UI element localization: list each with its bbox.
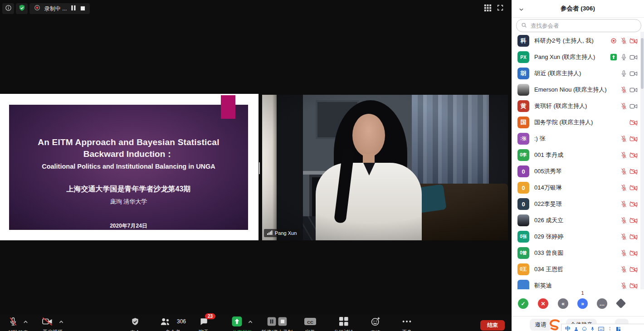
chevron-up-icon[interactable] [23, 317, 28, 326]
end-meeting-button[interactable]: 结束 [480, 320, 505, 331]
cam-off-icon[interactable] [629, 250, 639, 257]
cam-off-icon[interactable] [629, 201, 639, 208]
mic-muted-icon[interactable] [619, 151, 629, 159]
cam-on-icon[interactable] [629, 54, 639, 61]
ime-icon-bar[interactable]: 中 ⋮ [561, 324, 644, 331]
mic-muted-icon[interactable] [619, 266, 629, 273]
toolbar-label: 分组讨论 [334, 329, 354, 331]
scrollbar-thumb[interactable] [641, 38, 644, 89]
avatar: 0王 [517, 263, 529, 275]
mic-muted-icon[interactable] [619, 184, 629, 191]
participant-row[interactable]: :张:) 张 [512, 131, 644, 147]
raise-hand-button[interactable] [616, 298, 626, 309]
cam-off-icon[interactable] [629, 168, 639, 175]
pause-stop-icon [268, 316, 287, 326]
mic-muted-icon[interactable] [619, 37, 629, 44]
cam-off-icon[interactable] [629, 234, 639, 240]
toolbar-reactions-button[interactable]: 表情 [371, 316, 381, 331]
toolbar-label: 解除静音 [8, 329, 28, 331]
cam-off-icon[interactable] [629, 282, 639, 289]
mic-on-icon[interactable] [619, 70, 629, 77]
mic-on-icon[interactable] [619, 54, 629, 61]
toolbar-captions-button[interactable]: CC字幕 [304, 316, 317, 331]
participant-row[interactable]: PXPang Xun (联席主持人) [512, 49, 644, 65]
ime-user-icon[interactable] [574, 326, 579, 331]
shared-screen[interactable]: An EITM Approach and Bayesian Statistica… [0, 94, 259, 240]
participant-row[interactable]: 0014万银琳 [512, 180, 644, 196]
ime-mic-icon[interactable] [590, 326, 595, 331]
sogou-logo-icon[interactable] [548, 319, 561, 331]
toolbar-unmute-button[interactable]: 解除静音 [8, 316, 28, 331]
participant-row[interactable]: 国国务学院 (联席主持人) [512, 114, 644, 131]
mic-muted-icon[interactable] [619, 86, 629, 93]
participant-row[interactable]: 0张029 张婷婷 [512, 229, 644, 245]
cam-off-icon[interactable] [629, 185, 639, 191]
encryption-status-button[interactable] [16, 3, 28, 14]
mic-muted-icon[interactable] [619, 217, 629, 224]
participant-row[interactable]: 胡胡近 (联席主持人) [512, 65, 644, 82]
participant-row[interactable]: 黄黄琪轩 (联席主持人) [512, 98, 644, 114]
mic-muted-icon[interactable] [619, 233, 629, 240]
cam-off-icon[interactable] [629, 217, 639, 224]
cam-off-icon[interactable] [629, 38, 639, 44]
participant-row[interactable]: 026 成天立 [512, 212, 644, 229]
cam-off-icon[interactable] [629, 136, 639, 142]
video-tile-pang-xun[interactable]: Pang Xun [262, 95, 508, 240]
ime-lang-icon[interactable]: 中 [565, 325, 571, 331]
toolbar-breakout-button[interactable]: 分组讨论 [334, 316, 354, 331]
slower-button[interactable]: « [558, 298, 568, 309]
cam-on-icon[interactable] [629, 103, 639, 110]
ime-tools-icon[interactable]: ⋮ [607, 326, 613, 331]
mic-muted-icon[interactable] [619, 135, 629, 142]
chevron-up-icon[interactable] [59, 317, 64, 326]
pause-recording-button[interactable] [71, 5, 76, 13]
participant-row[interactable]: 科科研办2号 (主持人, 我) [512, 33, 644, 49]
cam-off-icon[interactable] [629, 266, 639, 273]
participant-row[interactable]: 0曾033 曾良圆 [512, 245, 644, 261]
mic-muted-icon[interactable] [619, 168, 629, 175]
participant-row[interactable]: 靳英迪 [512, 277, 644, 289]
participant-search[interactable] [516, 19, 641, 32]
cam-on-icon[interactable] [629, 70, 639, 77]
cam-off-icon[interactable] [629, 119, 639, 126]
toolbar-start-video-button[interactable]: 开启视频 [42, 316, 64, 331]
participant-row[interactable]: 0022李旻璟 [512, 196, 644, 212]
participant-row[interactable]: Emerson Niou (联席主持人) [512, 82, 644, 98]
toolbar-record-controls-button[interactable]: 暂停/停止录制 [261, 316, 293, 331]
participant-search-input[interactable] [530, 22, 636, 29]
mic-muted-icon[interactable] [619, 282, 629, 289]
toolbar-chat-button[interactable]: 23聊天 [199, 316, 209, 331]
mic-muted-icon[interactable] [619, 200, 629, 208]
toolbar-participants-button[interactable]: 306参会者 [160, 316, 186, 331]
participant-row[interactable]: 0李001 李丹成 [512, 147, 644, 163]
more-feedback-button[interactable]: … [597, 298, 607, 309]
participant-name: 026 成天立 [534, 216, 609, 224]
meeting-info-button[interactable] [2, 3, 14, 14]
record-dot-icon[interactable] [609, 38, 619, 44]
cam-off-icon[interactable] [629, 152, 639, 159]
mic-muted-icon[interactable] [619, 249, 629, 257]
faster-button[interactable]: » [577, 298, 588, 309]
toolbar-share-screen-button[interactable]: 共享屏幕 [232, 316, 253, 331]
participant-row[interactable]: 0王034 王恩哲 [512, 261, 644, 277]
no-button[interactable]: ✕ [538, 298, 548, 309]
recording-indicator: 录制中 ... [29, 3, 90, 14]
participant-row[interactable]: 0005洪秀琴 [512, 163, 644, 180]
cam-on-icon[interactable] [629, 87, 639, 93]
ime-emoji-icon[interactable] [582, 326, 587, 331]
fullscreen-button[interactable] [496, 5, 504, 13]
yes-button[interactable]: ✓ [518, 298, 528, 309]
stop-recording-button[interactable] [80, 5, 85, 13]
ime-keyboard-icon[interactable] [598, 326, 604, 331]
ime-skin-icon[interactable] [616, 326, 621, 331]
avatar: 0 [517, 166, 529, 177]
toolbar-security-button[interactable]: 安全 [130, 316, 140, 331]
chevron-up-icon[interactable] [248, 317, 253, 326]
toolbar-more-button[interactable]: 更多 [402, 316, 412, 331]
share-badge-icon[interactable] [609, 54, 619, 61]
more-icon [402, 316, 412, 326]
search-icon [521, 22, 527, 30]
grid-view-icon [484, 4, 492, 14]
mic-muted-icon[interactable] [619, 102, 629, 110]
gallery-view-button[interactable] [483, 5, 492, 13]
